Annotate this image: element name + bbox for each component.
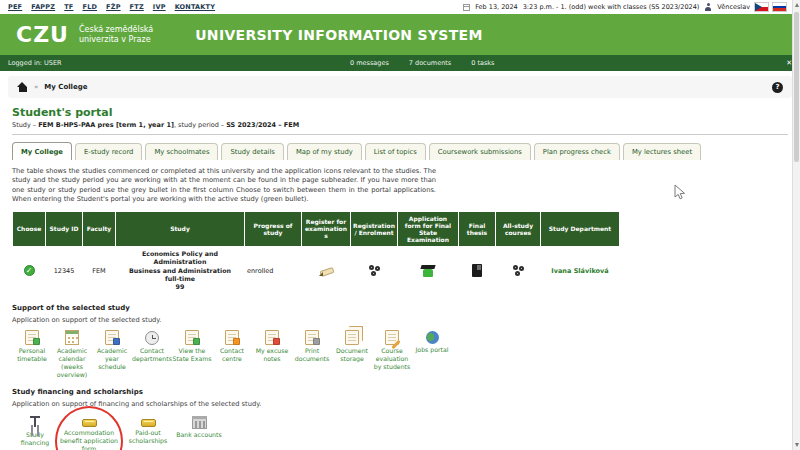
- app-label: Contact centre: [212, 347, 252, 363]
- app-label: Jobs portal: [412, 346, 452, 354]
- column-header-study-department: Study Department: [541, 212, 619, 247]
- user-name[interactable]: Věnceslav: [717, 3, 750, 11]
- app-bank-accounts[interactable]: Bank accounts: [176, 414, 222, 439]
- app-label: Print documents: [292, 347, 332, 363]
- menu-link-pef[interactable]: PEF: [8, 3, 22, 11]
- app-study-financing[interactable]: Study financing: [12, 414, 58, 447]
- app-label: Academic calendar (weeks overview): [52, 347, 92, 379]
- tab-my-college[interactable]: My College: [12, 142, 72, 160]
- app-label: My excuse notes: [252, 347, 292, 363]
- menu-link-ivp[interactable]: IVP: [153, 3, 166, 11]
- documents-indicator[interactable]: 7 documents: [409, 59, 451, 67]
- app-label: Course evaluation by students: [372, 347, 412, 371]
- app-jobs-portal[interactable]: Jobs portal: [412, 330, 452, 354]
- vertical-scrollbar[interactable]: [792, 0, 800, 450]
- app-academic-calendar-weeks-overview[interactable]: Academic calendar (weeks overview): [52, 330, 92, 379]
- app-course-evaluation-by-students[interactable]: Course evaluation by students: [372, 330, 412, 371]
- study-line-2: Business and Administration: [118, 267, 242, 275]
- study-row: 12345 FEM Economics Policy and Administr…: [13, 247, 619, 294]
- final-thesis-icon[interactable]: [472, 264, 482, 277]
- breadcrumb: » My College ?: [8, 76, 792, 98]
- icon-badge: [233, 338, 240, 345]
- help-icon[interactable]: ?: [772, 82, 783, 93]
- scroll-down-icon[interactable]: [795, 443, 799, 447]
- view-the-state-exams-icon: [185, 330, 199, 345]
- status-bar: Logged in: USER 0 messages7 documents0 t…: [0, 55, 800, 71]
- app-label: Document storage: [332, 347, 372, 363]
- registration-enrolment-icon[interactable]: [367, 264, 381, 277]
- personal-timetable-icon: [25, 330, 39, 345]
- app-accommodation-benefit-application-form[interactable]: Accommodation benefit application form: [58, 414, 120, 450]
- paid-out-scholarships-icon: [141, 419, 156, 427]
- column-header-study-id: Study ID: [46, 212, 82, 247]
- app-contact-departments[interactable]: Contact departments: [132, 330, 172, 363]
- department-contact-link[interactable]: Ivana Sláviková: [551, 267, 608, 275]
- section-support-heading: Support of the selected study: [12, 304, 788, 312]
- menu-link-tf[interactable]: TF: [64, 3, 73, 11]
- tasks-indicator[interactable]: 0 tasks: [471, 59, 494, 67]
- academic-year-schedule-icon: [105, 330, 119, 345]
- contact-centre-icon: [225, 330, 239, 345]
- tab-map-of-my-study[interactable]: Map of my study: [287, 143, 362, 160]
- university-name-line2: univerzita v Praze: [79, 35, 153, 45]
- app-my-excuse-notes[interactable]: My excuse notes: [252, 330, 292, 363]
- top-status-area: Feb 13, 2024 3:23 p.m. - 1. (odd) week w…: [463, 3, 786, 11]
- tab-study-details[interactable]: Study details: [221, 143, 283, 160]
- icon-badge: [193, 338, 200, 345]
- column-header-registration-enrolment: Registration/ Enrolment: [351, 212, 397, 247]
- register-examinations-icon[interactable]: [319, 265, 334, 277]
- academic-calendar-weeks-overview-icon: [65, 330, 79, 345]
- column-header-register-for-examinations: Register for examinations: [302, 212, 350, 247]
- study-line-4: 99: [118, 283, 242, 291]
- register-examinations-cell: [302, 247, 350, 294]
- final-state-exam-application-icon[interactable]: [421, 264, 435, 277]
- top-menu-bar: PEFFAPPZTFFLDFŽPFTZIVPKONTAKTY Feb 13, 2…: [0, 0, 800, 14]
- registration-enrolment-cell: [351, 247, 397, 294]
- app-academic-year-schedule[interactable]: Academic year schedule: [92, 330, 132, 371]
- subtitle-prefix: Study –: [12, 121, 38, 129]
- app-header: CZU Česká zemědělská univerzita v Praze …: [0, 14, 800, 55]
- russian-flag-icon[interactable]: [773, 3, 786, 11]
- breadcrumb-current[interactable]: My College: [44, 83, 87, 91]
- menu-link-fld[interactable]: FLD: [83, 3, 98, 11]
- menu-link-ftz[interactable]: FTZ: [130, 3, 144, 11]
- czech-flag-icon[interactable]: [755, 3, 768, 11]
- icon-badge: [273, 338, 280, 345]
- icon-badge: [113, 338, 120, 345]
- menu-link-fžp[interactable]: FŽP: [106, 3, 121, 11]
- app-paid-out-scholarships[interactable]: Paid-out scholarships: [120, 414, 176, 445]
- document-storage-icon: [345, 330, 359, 345]
- czu-logo[interactable]: CZU: [16, 24, 69, 46]
- tab-coursework-submissions[interactable]: Coursework submissions: [429, 143, 531, 160]
- menu-link-kontakty[interactable]: KONTAKTY: [175, 3, 215, 11]
- study-line-1: Economics Policy and Administration: [118, 250, 242, 266]
- tab-e-study-record[interactable]: E-study record: [75, 143, 142, 160]
- subtitle-period: SS 2023/2024 – FEM: [226, 121, 299, 129]
- all-study-courses-cell: [496, 247, 540, 294]
- app-label: Academic year schedule: [92, 347, 132, 371]
- menu-link-fappz[interactable]: FAPPZ: [31, 3, 55, 11]
- column-header-application-form-for-final-state-examination: Application form for Final State Examina…: [398, 212, 458, 247]
- page-subtitle: Study – FEM B-HPS-PAA pres [term 1, year…: [12, 121, 788, 129]
- all-study-courses-icon[interactable]: [511, 264, 525, 277]
- studies-table: ChooseStudy IDFacultyStudyProgress of st…: [12, 211, 620, 296]
- app-print-documents[interactable]: Print documents: [292, 330, 332, 363]
- print-documents-icon: [305, 330, 319, 345]
- home-icon[interactable]: [17, 82, 28, 92]
- tab-plan-progress-check[interactable]: Plan progress check: [534, 143, 620, 160]
- app-contact-centre[interactable]: Contact centre: [212, 330, 252, 363]
- scroll-up-icon[interactable]: [795, 3, 799, 7]
- user-icon: [704, 3, 712, 11]
- active-study-bullet-icon[interactable]: [24, 265, 35, 276]
- app-document-storage[interactable]: Document storage: [332, 330, 372, 363]
- tab-my-lectures-sheet[interactable]: My lectures sheet: [623, 143, 701, 160]
- main-content: Student's portal Study – FEM B-HPS-PAA p…: [0, 106, 800, 450]
- column-header-faculty: Faculty: [83, 212, 115, 247]
- icon-badge: [33, 338, 40, 345]
- app-view-the-state-exams[interactable]: View the State Exams: [172, 330, 212, 363]
- scrollbar-thumb[interactable]: [794, 12, 799, 162]
- messages-indicator[interactable]: 0 messages: [350, 59, 389, 67]
- tab-my-schoolmates[interactable]: My schoolmates: [145, 143, 218, 160]
- app-personal-timetable[interactable]: Personal timetable: [12, 330, 52, 363]
- tab-list-of-topics[interactable]: List of topics: [365, 143, 426, 160]
